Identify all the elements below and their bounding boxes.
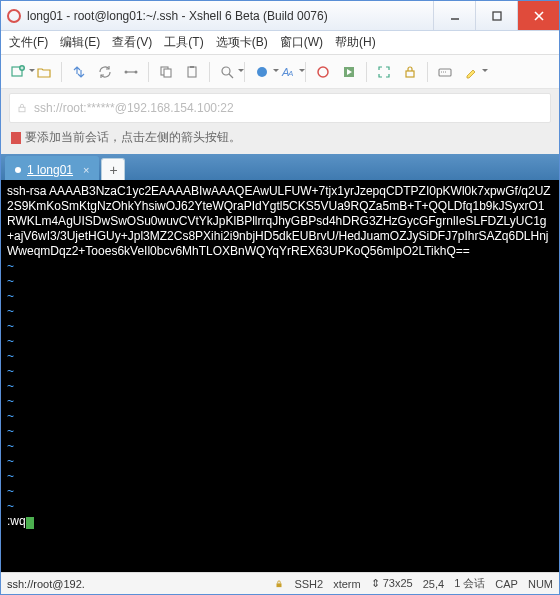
svg-text:A: A — [287, 69, 293, 78]
close-button[interactable] — [517, 1, 559, 30]
svg-point-17 — [257, 67, 267, 77]
tilde-line: ~ — [7, 289, 14, 303]
fullscreen-icon[interactable] — [373, 61, 395, 83]
svg-rect-27 — [19, 107, 25, 112]
menu-tab[interactable]: 选项卡(B) — [216, 34, 268, 51]
tab-long01[interactable]: 1 long01 × — [5, 156, 99, 180]
tab-close-icon[interactable]: × — [83, 164, 89, 176]
tilde-line: ~ — [7, 499, 14, 513]
status-bar: ssh://root@192. SSH2 xterm ⇕ 73x25 25,4 … — [1, 572, 559, 594]
terminal[interactable]: ssh-rsa AAAAB3NzaC1yc2EAAAABIwAAAQEAwULF… — [1, 180, 559, 572]
menu-file[interactable]: 文件(F) — [9, 34, 48, 51]
maximize-button[interactable] — [475, 1, 517, 30]
svg-line-16 — [229, 74, 233, 78]
tilde-line: ~ — [7, 349, 14, 363]
status-sess: 1 会话 — [454, 576, 485, 591]
terminal-content: ssh-rsa AAAAB3NzaC1yc2EAAAABIwAAAQEAwULF… — [7, 184, 551, 258]
tilde-line: ~ — [7, 364, 14, 378]
run-icon[interactable] — [338, 61, 360, 83]
svg-rect-28 — [277, 583, 282, 587]
add-tab-button[interactable]: + — [101, 158, 125, 180]
tilde-line: ~ — [7, 424, 14, 438]
minimize-button[interactable] — [433, 1, 475, 30]
menu-window[interactable]: 窗口(W) — [280, 34, 323, 51]
hint-bar: 要添加当前会话，点击左侧的箭头按钮。 — [1, 127, 559, 154]
svg-rect-12 — [164, 69, 171, 77]
window-controls — [433, 1, 559, 30]
status-size: ⇕ 73x25 — [371, 577, 413, 590]
swirl-icon[interactable] — [312, 61, 334, 83]
open-session-icon[interactable] — [33, 61, 55, 83]
menu-edit[interactable]: 编辑(E) — [60, 34, 100, 51]
tilde-line: ~ — [7, 319, 14, 333]
address-bar[interactable]: ssh://root:******@192.168.154.100:22 — [9, 93, 551, 123]
flag-icon — [11, 132, 21, 144]
menu-view[interactable]: 查看(V) — [112, 34, 152, 51]
padlock-icon — [16, 102, 28, 114]
cursor — [26, 517, 34, 529]
tilde-line: ~ — [7, 259, 14, 273]
lock-status-icon — [274, 579, 284, 589]
add-tab-label: + — [109, 162, 117, 178]
session-tabs: 1 long01 × + — [1, 154, 559, 180]
reconnect-icon[interactable] — [94, 61, 116, 83]
tilde-line: ~ — [7, 304, 14, 318]
menu-tool[interactable]: 工具(T) — [164, 34, 203, 51]
tilde-line: ~ — [7, 409, 14, 423]
tilde-line: ~ — [7, 469, 14, 483]
keyboard-icon[interactable] — [434, 61, 456, 83]
disconnect-icon[interactable] — [120, 61, 142, 83]
svg-rect-22 — [406, 71, 414, 77]
status-pos: 25,4 — [423, 578, 444, 590]
tab-label: 1 long01 — [27, 163, 73, 177]
status-cap: CAP — [495, 578, 518, 590]
tilde-line: ~ — [7, 334, 14, 348]
tilde-line: ~ — [7, 484, 14, 498]
title-bar: long01 - root@long01:~/.ssh - Xshell 6 B… — [1, 1, 559, 31]
svg-point-9 — [125, 70, 128, 73]
tilde-line: ~ — [7, 274, 14, 288]
status-connection: ssh://root@192. — [7, 578, 85, 590]
transfer-icon[interactable] — [68, 61, 90, 83]
tilde-line: ~ — [7, 394, 14, 408]
hint-text: 要添加当前会话，点击左侧的箭头按钮。 — [25, 129, 241, 146]
svg-rect-1 — [493, 12, 501, 20]
status-proto: SSH2 — [294, 578, 323, 590]
new-session-icon[interactable] — [7, 61, 29, 83]
window-title: long01 - root@long01:~/.ssh - Xshell 6 B… — [27, 9, 328, 23]
lock-icon[interactable] — [399, 61, 421, 83]
tilde-line: ~ — [7, 439, 14, 453]
status-term: xterm — [333, 578, 361, 590]
terminal-command: :wq — [7, 514, 26, 528]
tab-status-icon — [15, 167, 21, 173]
svg-point-10 — [135, 70, 138, 73]
search-icon[interactable] — [216, 61, 238, 83]
svg-point-20 — [318, 67, 328, 77]
tilde-line: ~ — [7, 454, 14, 468]
highlight-icon[interactable] — [460, 61, 482, 83]
menu-bar: 文件(F) 编辑(E) 查看(V) 工具(T) 选项卡(B) 窗口(W) 帮助(… — [1, 31, 559, 55]
menu-help[interactable]: 帮助(H) — [335, 34, 376, 51]
svg-rect-13 — [188, 67, 196, 77]
toolbar: AA — [1, 55, 559, 89]
svg-rect-14 — [190, 66, 194, 68]
app-icon — [7, 9, 21, 23]
copy-icon[interactable] — [155, 61, 177, 83]
tilde-line: ~ — [7, 379, 14, 393]
color-icon[interactable] — [251, 61, 273, 83]
status-num: NUM — [528, 578, 553, 590]
paste-icon[interactable] — [181, 61, 203, 83]
svg-point-15 — [222, 67, 230, 75]
font-icon[interactable]: AA — [277, 61, 299, 83]
address-text: ssh://root:******@192.168.154.100:22 — [34, 101, 234, 115]
